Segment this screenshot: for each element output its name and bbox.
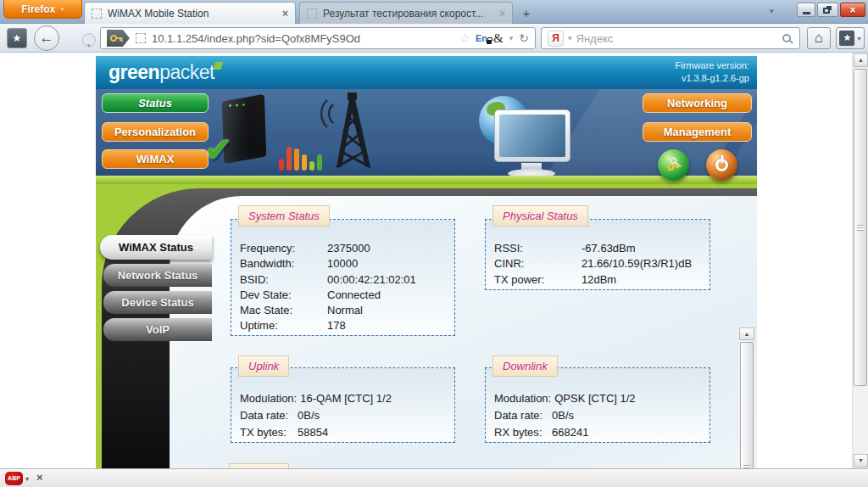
power-button[interactable]: [706, 149, 737, 181]
status-row: RX bytes:668241: [494, 424, 704, 441]
tab-wimax-mobile-station[interactable]: WiMAX Mobile Station ×: [84, 2, 296, 24]
status-row: RSSI:-67.63dBm: [494, 241, 704, 256]
status-row: Frequency:2375000: [240, 241, 449, 256]
tab-list-chevron-icon[interactable]: ▾: [770, 7, 774, 15]
star-icon: ★: [839, 31, 854, 46]
url-bar[interactable]: ☆ En & ▾ ↻: [100, 27, 536, 49]
bookmark-star-icon[interactable]: ☆: [459, 31, 470, 45]
search-bar[interactable]: Я ▾: [541, 27, 800, 49]
ampersand-addon-icon[interactable]: &: [493, 31, 504, 46]
nav-status-button[interactable]: Status: [102, 93, 209, 113]
header-banner: greenpacket Firmware version: v1.3.8-g1.…: [96, 56, 757, 89]
status-row: Modulation:16-QAM [CTC] 1/2: [240, 390, 449, 407]
sidebar-tab-network-status[interactable]: Network Status: [103, 264, 212, 287]
window-titlebar: Firefox ▾ WiMAX Mobile Station × Результ…: [0, 0, 868, 24]
maximize-button[interactable]: [817, 3, 838, 17]
status-row: CINR:21.66/10.59(R3/R1)dB: [494, 256, 704, 271]
content-scrollbar-thumb[interactable]: [740, 342, 754, 468]
green-divider-strip: [96, 176, 757, 184]
close-window-button[interactable]: ×: [840, 3, 865, 17]
sidebar-tab-device-status[interactable]: Device Status: [103, 291, 212, 314]
bookmarks-menu-button[interactable]: ★ ▾: [836, 27, 865, 49]
sidebar-tab-voip[interactable]: VoIP: [103, 318, 212, 341]
downlink-panel: Downlink Modulation:QPSK [CTC] 1/2 Data …: [485, 367, 710, 443]
browser-scrollbar-thumb[interactable]: [854, 69, 867, 386]
monitor-base: [508, 169, 555, 176]
minimize-button[interactable]: [797, 3, 815, 17]
panel-title: System Status: [238, 205, 330, 227]
addon-bar: ABP ▾ ×: [0, 468, 868, 487]
sidebar-tab-wimax-status[interactable]: WiMAX Status: [100, 235, 212, 260]
bookmarks-sidebar-button[interactable]: ★: [7, 28, 27, 48]
search-icon[interactable]: [782, 34, 791, 42]
page-viewport: greenpacket Firmware version: v1.3.8-g1.…: [0, 53, 868, 468]
scroll-up-arrow-icon[interactable]: ▲: [739, 327, 754, 340]
status-row: BSID:00:00:42:21:02:01: [240, 272, 449, 288]
physical-status-panel: Physical Status RSSI:-67.63dBm CINR:21.6…: [485, 219, 710, 290]
history-chevron-icon[interactable]: ▾: [87, 42, 91, 49]
content-scrollbar[interactable]: ▲: [739, 327, 754, 468]
scroll-up-arrow-icon[interactable]: ▲: [854, 53, 868, 67]
power-icon: [715, 159, 728, 171]
greenpacket-logo: greenpacket: [108, 61, 222, 84]
status-row: Data rate:0B/s: [494, 407, 704, 424]
site-identity-key-icon[interactable]: [107, 30, 130, 47]
panel-title: Downlink: [492, 355, 558, 377]
lock-icon: [487, 40, 492, 44]
scrollbar-grip-icon: [857, 225, 864, 231]
content-area: WiMAX Status Network Status Device Statu…: [96, 184, 757, 468]
tab-title: WiMAX Mobile Station: [108, 8, 276, 20]
system-status-rows: Frequency:2375000 Bandwidth:10000 BSID:0…: [240, 241, 449, 334]
panel-title: Physical Status: [492, 205, 588, 227]
star-icon: ★: [13, 32, 22, 44]
login-keys-button[interactable]: [658, 149, 689, 181]
browser-scrollbar[interactable]: ▲ ▼: [852, 53, 868, 468]
minimize-icon: [803, 12, 810, 14]
reload-icon[interactable]: ↻: [519, 31, 529, 45]
firefox-menu-button[interactable]: Firefox ▾: [3, 0, 82, 19]
status-row: Uptime:178: [240, 318, 449, 333]
check-icon: ✔: [204, 130, 233, 169]
physical-status-rows: RSSI:-67.63dBm CINR:21.66/10.59(R3/R1)dB…: [494, 241, 704, 288]
status-row: TX bytes:58854: [240, 424, 449, 441]
chevron-down-icon[interactable]: ▾: [25, 475, 29, 483]
adblock-plus-button[interactable]: ABP: [5, 472, 23, 485]
tab-close-icon[interactable]: ×: [499, 8, 505, 20]
engine-chevron-icon[interactable]: ▾: [568, 34, 572, 42]
yandex-engine-icon[interactable]: Я: [548, 31, 564, 47]
monitor-icon: [494, 109, 570, 162]
downlink-rows: Modulation:QPSK [CTC] 1/2 Data rate:0B/s…: [494, 390, 704, 441]
status-row: Dev State:Connected: [240, 288, 449, 303]
system-status-panel: System Status Frequency:2375000 Bandwidt…: [231, 219, 455, 336]
tab-close-icon[interactable]: ×: [282, 8, 288, 20]
address-input[interactable]: [152, 32, 453, 45]
browser-window: Firefox ▾ WiMAX Mobile Station × Результ…: [0, 0, 868, 487]
new-tab-button[interactable]: +: [517, 7, 536, 22]
navigation-toolbar: ★ ← ▾ ☆ En & ▾ ↻ Я ▾ ⌂ ★: [0, 24, 868, 53]
tab-strip: WiMAX Mobile Station × Результат тестиро…: [84, 2, 513, 24]
keys-icon: [665, 157, 682, 174]
home-button[interactable]: ⌂: [807, 27, 831, 49]
status-row: TX power:12dBm: [494, 272, 704, 288]
nav-networking-button[interactable]: Networking: [643, 93, 752, 113]
firefox-menu-label: Firefox: [21, 3, 55, 15]
uplink-rows: Modulation:16-QAM [CTC] 1/2 Data rate:0B…: [240, 390, 449, 441]
language-indicator-icon[interactable]: En: [476, 33, 487, 43]
scroll-down-arrow-icon[interactable]: ▼: [854, 454, 868, 467]
addon-bar-close-icon[interactable]: ×: [36, 471, 43, 484]
maximize-icon: [823, 8, 830, 14]
status-row: Mac State:Normal: [240, 303, 449, 318]
chevron-down-icon: ▾: [60, 5, 64, 14]
tab-speed-test-result[interactable]: Результат тестирования скорост... ×: [299, 2, 513, 24]
back-arrow-icon: ←: [40, 30, 54, 46]
close-icon: ×: [849, 4, 855, 16]
logo-flag-icon: [214, 62, 223, 70]
nav-management-button[interactable]: Management: [643, 122, 752, 142]
search-input[interactable]: [576, 32, 778, 45]
dropdown-chevron-icon[interactable]: ▾: [509, 34, 514, 42]
firmware-version: Firmware version: v1.3.8-g1.2.6-gp: [676, 59, 749, 85]
home-icon: ⌂: [815, 30, 823, 46]
back-button[interactable]: ←: [34, 25, 59, 51]
nav-wimax-button[interactable]: WiMAX: [102, 149, 209, 169]
nav-personalization-button[interactable]: Personalization: [102, 122, 209, 142]
